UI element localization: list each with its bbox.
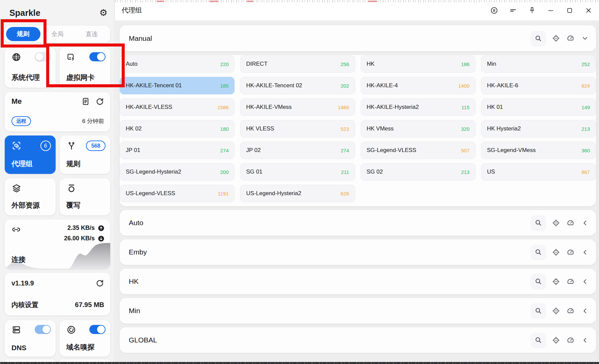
proxy-latency: 824: [581, 83, 590, 89]
refresh-icon[interactable]: [95, 97, 104, 106]
search-icon[interactable]: [531, 31, 546, 46]
proxy-item[interactable]: US-Legend-Hysteria2 626: [240, 185, 355, 202]
proxy-item[interactable]: HK-AKILE-Tencent 02 202: [240, 77, 355, 94]
dns-toggle[interactable]: [35, 325, 51, 334]
proxy-item[interactable]: HK-AKILE-6 824: [481, 77, 596, 94]
crosshair-icon[interactable]: [551, 277, 560, 286]
proxy-item[interactable]: HK 186: [361, 55, 476, 73]
chevron-down-icon[interactable]: [580, 34, 589, 43]
sidebar-item-rules[interactable]: 568 规则: [60, 135, 111, 174]
search-icon[interactable]: [531, 333, 546, 347]
connections-card[interactable]: 2.35 KB/s 26.00 KB/s 连接: [5, 219, 110, 269]
gauge-icon[interactable]: [566, 336, 575, 344]
proxy-group-row[interactable]: GLOBAL: [120, 327, 596, 353]
search-icon[interactable]: [531, 215, 546, 230]
gauge-icon[interactable]: [566, 34, 575, 43]
crosshair-icon[interactable]: [551, 248, 560, 256]
sniff-card[interactable]: 域名嗅探: [60, 320, 111, 357]
pause-circle-icon[interactable]: [489, 5, 499, 16]
sidebar-item-proxy-groups[interactable]: 6 代理组: [5, 135, 56, 174]
pin-icon[interactable]: [527, 5, 537, 16]
gauge-icon[interactable]: [566, 277, 575, 286]
proxy-item[interactable]: DIRECT 256: [240, 55, 355, 73]
system-proxy-label: 系统代理: [11, 73, 51, 82]
proxy-item[interactable]: JP 01 274: [120, 142, 235, 159]
tab-rule-mode[interactable]: 规则: [6, 27, 40, 41]
maximize-icon[interactable]: [565, 5, 575, 16]
tab-direct-mode[interactable]: 直连: [74, 27, 109, 41]
proxy-item[interactable]: JP 02 274: [240, 142, 355, 159]
close-icon[interactable]: [583, 5, 594, 16]
proxy-item[interactable]: HK-AKILE-VMess 1466: [240, 98, 355, 116]
search-icon[interactable]: [531, 245, 546, 260]
proxy-item[interactable]: SG-Legend-VLESS 507: [361, 142, 476, 159]
proxy-name: JP 01: [126, 147, 140, 154]
branch-arrows-icon: [66, 141, 77, 151]
search-icon[interactable]: [531, 274, 546, 289]
proxy-group-row[interactable]: Emby: [120, 239, 596, 265]
chevron-left-icon[interactable]: [580, 336, 589, 344]
proxy-item[interactable]: HK Hysteria2 213: [481, 120, 596, 138]
proxy-item[interactable]: HK-AKILE-4 1400: [361, 77, 476, 94]
filter-lines-icon[interactable]: [508, 5, 518, 16]
proxy-item[interactable]: HK 01 149: [481, 98, 596, 116]
document-icon[interactable]: [81, 97, 90, 106]
proxy-item[interactable]: HK VMess 320: [361, 120, 476, 138]
minimize-icon[interactable]: [546, 5, 556, 16]
gauge-icon[interactable]: [566, 248, 575, 256]
proxy-name: HK-AKILE-Tencent 01: [126, 82, 182, 89]
proxy-item[interactable]: SG-Legend-Hysteria2 200: [120, 163, 235, 181]
system-proxy-toggle[interactable]: [35, 52, 51, 61]
sidebar-item-external-resources[interactable]: 外部资源: [5, 178, 56, 215]
crosshair-icon[interactable]: [551, 218, 560, 227]
proxy-group-row[interactable]: Min: [120, 298, 596, 324]
tun-toggle[interactable]: [89, 52, 106, 61]
gauge-icon[interactable]: [566, 306, 575, 315]
proxy-latency: 211: [341, 169, 349, 175]
proxy-item[interactable]: HK 02 180: [120, 120, 235, 138]
crosshair-icon[interactable]: [551, 34, 560, 43]
group-header-manual[interactable]: Manual: [120, 25, 596, 51]
core-settings-card[interactable]: v1.19.9 内核设置 67.95 MB: [5, 273, 110, 315]
proxy-item[interactable]: US 867: [481, 163, 596, 181]
search-icon[interactable]: [531, 303, 546, 318]
collapsed-group-list: Auto Emby: [120, 210, 596, 353]
system-proxy-card[interactable]: 系统代理: [5, 47, 56, 88]
crosshair-icon[interactable]: [551, 306, 560, 315]
app-window: Sparkle ⚙︎ 规则 全局 直连 系统代理: [0, 0, 599, 364]
dns-card[interactable]: DNS: [5, 320, 56, 357]
chevron-left-icon[interactable]: [580, 306, 589, 315]
sidebar-item-override[interactable]: 覆写: [60, 178, 111, 215]
proxy-latency: 626: [340, 191, 349, 196]
proxy-item[interactable]: SG 02 213: [361, 163, 476, 181]
proxy-item[interactable]: SG-Legend-VMess 360: [481, 142, 596, 159]
proxy-name: HK-AKILE-Hysteria2: [367, 104, 419, 111]
gauge-icon[interactable]: [566, 218, 575, 227]
profile-card[interactable]: Me 远程 6 分钟前: [5, 92, 110, 131]
proxy-item[interactable]: HK-AKILE-Tencent 01 185: [120, 77, 235, 94]
refresh-icon[interactable]: [95, 279, 104, 287]
gear-icon[interactable]: ⚙︎: [99, 8, 108, 18]
sidebar-header: Sparkle ⚙︎: [5, 5, 110, 21]
chevron-left-icon[interactable]: [580, 218, 589, 227]
crosshair-icon[interactable]: [551, 336, 560, 344]
proxy-item[interactable]: Min 252: [481, 55, 596, 73]
proxy-item[interactable]: HK-AKILE-Hysteria2 115: [361, 98, 476, 116]
proxy-latency: 523: [340, 126, 349, 132]
proxy-item[interactable]: US-Legend-VLESS 1191: [120, 185, 235, 202]
proxy-group-row[interactable]: HK: [120, 269, 596, 294]
connections-label: 连接: [11, 255, 26, 264]
sniff-toggle[interactable]: [89, 325, 106, 334]
proxy-item[interactable]: HK-AKILE-VLESS 1586: [120, 98, 235, 116]
scrollbar[interactable]: [597, 21, 598, 361]
tun-card[interactable]: 虚拟网卡: [60, 47, 111, 88]
proxy-group-row[interactable]: Auto: [120, 210, 596, 236]
chevron-left-icon[interactable]: [580, 248, 589, 256]
tab-global-mode[interactable]: 全局: [40, 27, 75, 41]
proxy-item[interactable]: SG 01 211: [240, 163, 355, 181]
proxy-latency: 320: [461, 126, 470, 132]
chevron-left-icon[interactable]: [580, 277, 589, 286]
proxy-item[interactable]: Auto 220: [120, 55, 235, 73]
clipped-taskbar-strip: [0, 362, 599, 364]
proxy-item[interactable]: HK VLESS 523: [240, 120, 355, 138]
